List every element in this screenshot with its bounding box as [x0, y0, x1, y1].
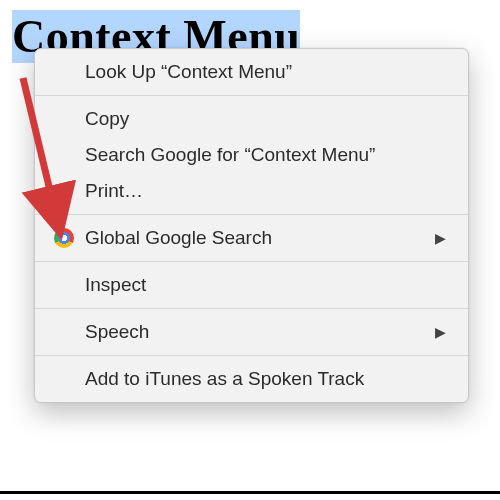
menu-separator: [35, 308, 468, 309]
submenu-arrow-icon: ▶: [435, 318, 446, 346]
menu-item-add-to-itunes[interactable]: Add to iTunes as a Spoken Track: [35, 361, 468, 397]
context-menu: Look Up “Context Menu” Copy Search Googl…: [34, 48, 469, 403]
menu-item-label: Add to iTunes as a Spoken Track: [85, 365, 364, 393]
menu-separator: [35, 355, 468, 356]
menu-item-search-google[interactable]: Search Google for “Context Menu”: [35, 137, 468, 173]
menu-item-label: Print…: [85, 177, 143, 205]
menu-item-label: Speech: [85, 318, 149, 346]
menu-item-label: Copy: [85, 105, 129, 133]
chrome-icon: [53, 227, 75, 249]
menu-item-speech[interactable]: Speech ▶: [35, 314, 468, 350]
menu-item-label: Inspect: [85, 271, 146, 299]
menu-separator: [35, 214, 468, 215]
menu-item-label: Look Up “Context Menu”: [85, 58, 292, 86]
menu-item-label: Search Google for “Context Menu”: [85, 141, 375, 169]
submenu-arrow-icon: ▶: [435, 224, 446, 252]
menu-item-print[interactable]: Print…: [35, 173, 468, 209]
menu-separator: [35, 95, 468, 96]
menu-item-inspect[interactable]: Inspect: [35, 267, 468, 303]
menu-item-lookup[interactable]: Look Up “Context Menu”: [35, 54, 468, 90]
menu-item-copy[interactable]: Copy: [35, 101, 468, 137]
menu-item-global-google-search[interactable]: Global Google Search ▶: [35, 220, 468, 256]
menu-item-label: Global Google Search: [85, 224, 272, 252]
menu-separator: [35, 261, 468, 262]
page-bottom-border: [0, 491, 500, 494]
